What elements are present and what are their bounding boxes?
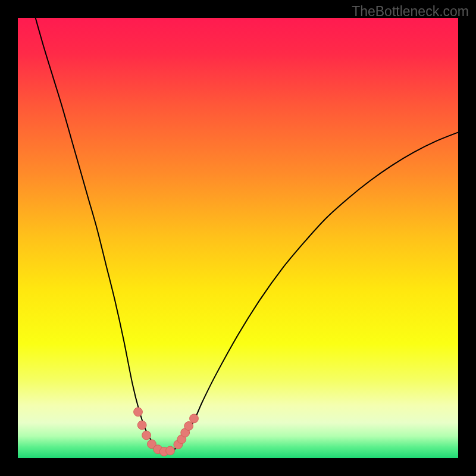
curve-layer: [18, 18, 458, 458]
highlight-marker: [166, 446, 175, 455]
highlight-marker: [190, 414, 199, 423]
plot-area: [18, 18, 458, 458]
bottleneck-curve: [36, 18, 458, 452]
highlight-marker: [134, 408, 143, 416]
highlight-marker: [142, 431, 151, 440]
highlight-marker: [184, 422, 193, 431]
highlight-marker: [137, 421, 146, 430]
watermark-text: TheBottleneck.com: [352, 4, 469, 20]
chart-frame: TheBottleneck.com: [0, 0, 476, 476]
